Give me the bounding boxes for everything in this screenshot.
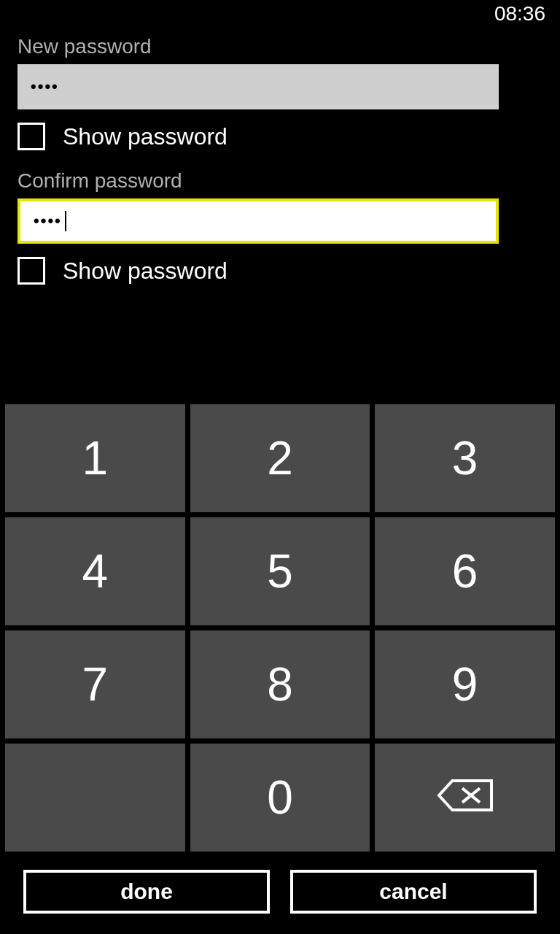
keypad-key-backspace[interactable] [375,744,555,852]
confirm-password-block: Confirm password •••• Show password [18,169,542,285]
backspace-icon [436,771,494,825]
keypad-key-blank [5,744,185,852]
footer-buttons: done cancel [0,857,560,934]
cancel-button[interactable]: cancel [290,870,537,914]
keypad-key-3[interactable]: 3 [375,404,555,512]
keypad-key-7[interactable]: 7 [5,630,185,738]
keypad-key-6[interactable]: 6 [375,517,555,625]
new-password-block: New password •••• Show password [18,35,542,150]
checkbox-icon[interactable] [18,257,45,285]
confirm-password-label: Confirm password [18,169,542,193]
confirm-password-value: •••• [34,213,62,229]
new-password-show-row[interactable]: Show password [18,123,542,150]
clock-time: 08:36 [494,2,545,26]
new-password-label: New password [18,35,542,58]
keypad-key-0[interactable]: 0 [190,744,370,852]
confirm-password-show-row[interactable]: Show password [18,257,542,285]
confirm-password-show-label: Show password [63,258,228,285]
new-password-input[interactable]: •••• [18,64,499,109]
keypad-key-2[interactable]: 2 [190,404,370,512]
keypad-key-4[interactable]: 4 [5,517,185,625]
status-bar: 08:36 [0,0,560,28]
done-button[interactable]: done [23,870,270,914]
keypad-area: 1 2 3 4 5 6 7 8 9 0 done cancel [0,399,560,934]
keypad-key-9[interactable]: 9 [375,630,555,738]
keypad-key-8[interactable]: 8 [190,630,370,738]
text-cursor-icon [65,211,66,231]
numeric-keypad: 1 2 3 4 5 6 7 8 9 0 [0,399,560,857]
keypad-key-5[interactable]: 5 [190,517,370,625]
keypad-key-1[interactable]: 1 [5,404,185,512]
new-password-value: •••• [31,79,59,95]
confirm-password-input[interactable]: •••• [18,198,499,244]
password-form: New password •••• Show password Confirm … [0,28,560,285]
new-password-show-label: Show password [63,123,228,150]
checkbox-icon[interactable] [18,123,45,150]
